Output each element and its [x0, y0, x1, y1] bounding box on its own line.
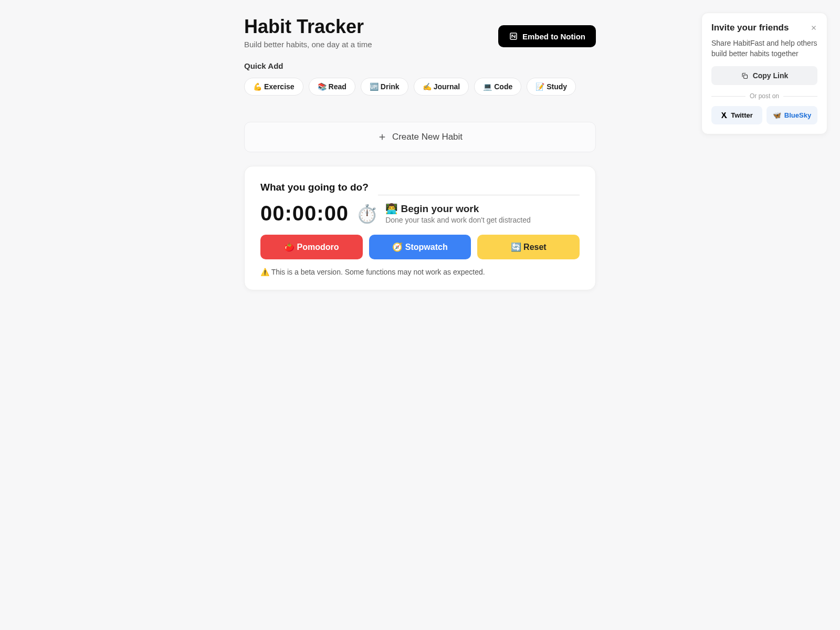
notion-icon [509, 32, 518, 41]
journal-emoji-icon: ✍️ [423, 82, 432, 91]
stopwatch-icon: ⏱️ [356, 203, 378, 224]
study-emoji-icon: 📝 [536, 82, 544, 91]
stopwatch-button[interactable]: 🧭 Stopwatch [369, 235, 471, 259]
or-post-on-label: Or post on [750, 92, 779, 100]
task-input[interactable] [378, 179, 580, 195]
copy-link-label: Copy Link [753, 71, 789, 80]
page-header: Habit Tracker Build better habits, one d… [244, 16, 596, 49]
what-you-going-to-do-label: What you going to do? [260, 182, 369, 193]
timer-value: 00:00:00 [260, 202, 349, 225]
begin-work-subtext: Done your task and work don't get distra… [385, 216, 531, 224]
page-title: Habit Tracker [244, 16, 372, 38]
create-new-habit-button[interactable]: Create New Habit [244, 122, 596, 152]
close-icon[interactable] [810, 24, 817, 32]
chip-label: Exercise [264, 82, 295, 91]
read-emoji-icon: 📚 [318, 82, 327, 91]
invite-description: Share HabitFast and help others build be… [711, 38, 817, 59]
share-twitter-button[interactable]: Twitter [711, 106, 762, 124]
exercise-emoji-icon: 💪 [253, 82, 262, 91]
bluesky-icon: 🦋 [773, 111, 781, 119]
quick-add-study[interactable]: 📝 Study [527, 78, 576, 96]
invite-friends-panel: Invite your friends Share HabitFast and … [701, 13, 827, 134]
chip-label: Code [494, 82, 512, 91]
quick-add-label: Quick Add [244, 61, 596, 70]
embed-to-notion-label: Embed to Notion [522, 32, 585, 41]
pomodoro-button[interactable]: 🍅 Pomodoro [260, 235, 363, 259]
reset-button[interactable]: 🔄 Reset [477, 235, 580, 259]
quick-add-code[interactable]: 💻 Code [474, 78, 521, 96]
quick-add-exercise[interactable]: 💪 Exercise [244, 78, 303, 96]
share-bluesky-button[interactable]: 🦋 BlueSky [766, 106, 817, 124]
chip-label: Drink [381, 82, 400, 91]
drink-emoji-icon: 🆙 [370, 82, 379, 91]
twitter-label: Twitter [731, 111, 753, 119]
svg-rect-1 [743, 75, 747, 78]
create-habit-label: Create New Habit [392, 132, 463, 142]
timer-card: What you going to do? 00:00:00 ⏱️ 👨‍💻 Be… [244, 166, 596, 290]
or-divider: Or post on [711, 92, 817, 100]
bluesky-label: BlueSky [784, 111, 811, 119]
person-computer-icon: 👨‍💻 [385, 203, 398, 214]
code-emoji-icon: 💻 [483, 82, 492, 91]
chip-label: Study [547, 82, 567, 91]
plus-icon [377, 132, 387, 142]
copy-icon [741, 72, 749, 80]
quick-add-read[interactable]: 📚 Read [309, 78, 355, 96]
quick-add-row: 💪 Exercise 📚 Read 🆙 Drink ✍️ Journal 💻 C… [244, 78, 596, 96]
quick-add-journal[interactable]: ✍️ Journal [414, 78, 469, 96]
page-subtitle: Build better habits, one day at a time [244, 40, 372, 49]
begin-work-label: 👨‍💻 Begin your work [385, 203, 531, 215]
invite-title: Invite your friends [711, 23, 789, 33]
embed-to-notion-button[interactable]: Embed to Notion [498, 25, 596, 47]
chip-label: Journal [434, 82, 460, 91]
beta-warning: ⚠️ This is a beta version. Some function… [260, 268, 580, 276]
quick-add-drink[interactable]: 🆙 Drink [361, 78, 408, 96]
chip-label: Read [329, 82, 346, 91]
copy-link-button[interactable]: Copy Link [711, 66, 817, 85]
x-twitter-icon [721, 112, 728, 119]
